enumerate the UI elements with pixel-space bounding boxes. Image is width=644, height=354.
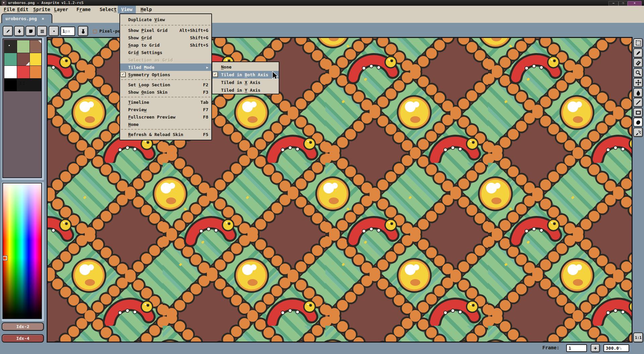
maximize-button[interactable]: ❐: [619, 1, 628, 6]
tool-eraser[interactable]: [633, 58, 643, 68]
menu-item-show-grid[interactable]: Show GridShift+G: [120, 34, 211, 41]
menu-edit[interactable]: Edit: [15, 6, 31, 13]
frame-increment-button[interactable]: +: [591, 344, 600, 352]
menu-item-tiled-mode[interactable]: Tiled Mode▶: [120, 63, 211, 71]
palette-swatch[interactable]: [17, 66, 30, 78]
menu-item-home[interactable]: Home: [120, 121, 211, 128]
aseprite-window: uroboros.png - Aseprite v1.1.2-rc5 – ❐ ×…: [0, 0, 644, 354]
brush-size-input[interactable]: 1px: [60, 27, 75, 36]
frame-input[interactable]: 1: [566, 344, 587, 352]
move-arrows-icon: [635, 80, 641, 86]
line-icon: [635, 99, 641, 105]
rect-marquee-icon: [635, 40, 641, 46]
menu-help[interactable]: Help: [138, 6, 154, 13]
close-button[interactable]: ×: [628, 1, 642, 6]
menu-lines-icon: [40, 29, 45, 34]
submenu-item-tiled-x-axis[interactable]: Tiled in X Axis: [212, 79, 279, 86]
menu-frame[interactable]: Frame: [74, 6, 93, 13]
ink-bottle-icon: [80, 29, 86, 34]
brush-dot-icon: [51, 29, 57, 34]
color-spectrum-marker[interactable]: [3, 256, 7, 260]
menu-item-symmetry-options[interactable]: ✓Symmetry Options: [120, 71, 211, 78]
pixel-perfect-label: Pixel-pe: [99, 29, 120, 34]
background-color-button[interactable]: Idx-4: [2, 334, 44, 343]
palette-panel: II: [2, 38, 44, 180]
submenu-item-tiled-both-axis[interactable]: ✓Tiled in Both Axis: [212, 71, 279, 79]
foreground-color-button[interactable]: Idx-2: [2, 322, 44, 331]
checkmark-icon: ✓: [120, 72, 125, 77]
menu-layer[interactable]: Layer: [52, 6, 70, 13]
palette-swatch[interactable]: [4, 40, 17, 53]
menu-separator: [120, 78, 211, 81]
arrow-down-icon: [17, 29, 22, 34]
ink-type-button[interactable]: [78, 26, 88, 36]
submenu-item-tiled-y-axis[interactable]: Tiled in Y Axis: [212, 86, 279, 94]
menu-item-snap-to-grid[interactable]: Snap to GridShift+S: [120, 41, 211, 49]
menu-item-duplicate-view[interactable]: Duplicate View: [120, 15, 211, 24]
color-spectrum-panel[interactable]: [2, 182, 44, 321]
menu-item-show-onion-skin[interactable]: Show Onion SkinF3: [120, 88, 211, 96]
pixel-perfect-checkbox[interactable]: [93, 30, 97, 34]
submenu-item-none[interactable]: None: [212, 63, 279, 71]
spray-icon: [635, 129, 641, 135]
menu-item-timeline[interactable]: TimelineTab: [120, 98, 211, 106]
tool-spray[interactable]: [633, 128, 643, 137]
menu-item-selection-as-grid: Selection as Grid: [120, 56, 211, 63]
menu-item-set-loop-section[interactable]: Set Loop SectionF2: [120, 81, 211, 88]
menu-item-fullscreen-preview[interactable]: Fullscreen PreviewF8: [120, 113, 211, 121]
brush-shape-button[interactable]: [25, 26, 36, 36]
rectangle-icon: [635, 109, 641, 116]
tool-contour[interactable]: [633, 118, 643, 127]
aseprite-app-icon: [2, 1, 6, 5]
menubar: [0, 6, 644, 13]
palette-swatch[interactable]: [4, 66, 17, 78]
tool-move[interactable]: [633, 78, 643, 87]
menu-select[interactable]: Select: [97, 6, 119, 13]
tiled-mode-submenu: None ✓Tiled in Both Axis Tiled in X Axis…: [212, 61, 279, 94]
menu-view[interactable]: View: [118, 6, 136, 13]
brush-type-button[interactable]: [3, 26, 13, 36]
tab-close-icon[interactable]: ×: [42, 16, 44, 21]
palette-swatch[interactable]: [30, 53, 42, 65]
tool-pencil[interactable]: [633, 48, 643, 58]
pencil-icon: [5, 29, 11, 34]
palette-swatch[interactable]: [4, 53, 17, 65]
palette-swatch[interactable]: [30, 66, 42, 78]
minimize-button[interactable]: –: [608, 1, 619, 6]
tool-rectangle[interactable]: [633, 108, 643, 117]
menu-sprite[interactable]: Sprite: [31, 6, 53, 13]
actual-size-button[interactable]: 1:1: [633, 333, 643, 343]
brush-size-dropdown-button[interactable]: [14, 26, 24, 36]
palette-swatch[interactable]: [30, 40, 42, 53]
tool-line[interactable]: [633, 98, 643, 107]
frame-label: Frame:: [542, 345, 559, 350]
menu-item-show-pixel-grid[interactable]: Show Pixel GridAlt+Shift+G: [120, 27, 211, 34]
document-tab-label: uroboros.png: [5, 16, 37, 21]
menu-separator: [120, 128, 211, 131]
mouse-cursor: [272, 71, 280, 81]
menu-item-grid-settings[interactable]: Grid Settings: [120, 49, 211, 56]
palette-swatch[interactable]: [17, 53, 30, 65]
pencil-icon: [635, 50, 641, 56]
blur-drop-icon: [635, 90, 641, 96]
titlebar[interactable]: uroboros.png - Aseprite v1.1.2-rc5 – ❐ ×: [0, 0, 644, 6]
view-dropdown-menu: Duplicate View Show Pixel GridAlt+Shift+…: [119, 13, 212, 140]
brush-preview-button[interactable]: [49, 26, 59, 36]
palette-swatch[interactable]: [17, 40, 30, 53]
submenu-arrow-icon: ▶: [206, 65, 208, 69]
tool-rect-marquee[interactable]: [633, 38, 643, 48]
menu-item-refresh-reload-skin[interactable]: Refresh & Reload SkinF5: [120, 131, 211, 138]
window-title: uroboros.png - Aseprite v1.1.2-rc5: [8, 0, 84, 5]
contour-blob-icon: [635, 119, 641, 125]
palette-swatch[interactable]: [4, 79, 17, 91]
tool-blur[interactable]: [633, 88, 643, 97]
eraser-icon: [635, 60, 641, 66]
color-spectrum-gradient[interactable]: [3, 183, 41, 318]
menu-item-preview[interactable]: PreviewF7: [120, 106, 211, 113]
zoom-level-box[interactable]: 300.0%: [603, 344, 629, 352]
menu-separator: [120, 24, 211, 27]
palette-pause-mark: II: [19, 81, 25, 86]
document-tab[interactable]: uroboros.png ×: [1, 13, 52, 23]
brush-options-button[interactable]: [37, 26, 47, 36]
tool-zoom[interactable]: [633, 68, 643, 78]
